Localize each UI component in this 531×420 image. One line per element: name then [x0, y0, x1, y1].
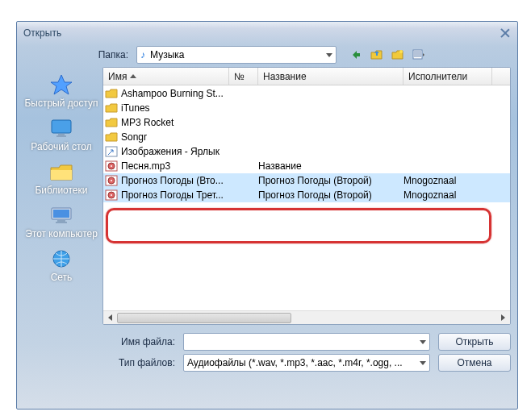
folder-label: Папка: — [23, 49, 136, 60]
scroll-right-button[interactable] — [496, 311, 510, 325]
chevron-down-icon[interactable] — [420, 340, 426, 344]
svg-point-0 — [399, 50, 403, 53]
file-artist: Mnogoznaal — [403, 189, 492, 201]
header-artists[interactable]: Исполнители — [403, 68, 492, 85]
file-name: MP3 Rocket — [121, 117, 174, 128]
sort-asc-icon — [130, 74, 136, 78]
open-dialog: Открыть Папка: ♪ Музыка — [16, 21, 518, 410]
up-folder-button[interactable] — [369, 48, 385, 62]
close-icon[interactable] — [500, 27, 511, 39]
place-desktop[interactable]: Рабочий стол — [27, 117, 96, 152]
cancel-button[interactable]: Отмена — [438, 354, 511, 372]
filename-label: Имя файла: — [102, 336, 183, 347]
scroll-track[interactable] — [117, 311, 496, 325]
svg-rect-2 — [52, 120, 71, 133]
place-this-pc[interactable]: Этот компьютер — [27, 204, 96, 239]
file-row[interactable]: iTunes — [103, 101, 510, 115]
place-quick-access[interactable]: Быстрый доступ — [27, 73, 96, 109]
file-name: Songr — [121, 131, 147, 143]
file-row[interactable]: Ashampoo Burning St... — [103, 86, 510, 101]
file-title: Прогноз Погоды (Второй) — [258, 175, 403, 186]
horizontal-scrollbar[interactable] — [103, 310, 510, 324]
open-button[interactable]: Открыть — [438, 333, 511, 351]
file-row[interactable]: Songr — [103, 130, 510, 144]
column-headers: Имя № Название Исполнители — [103, 68, 510, 85]
file-list: Имя № Название Исполнители Ashampoo Burn… — [102, 67, 511, 325]
svg-point-20 — [111, 194, 112, 196]
file-artist: Mnogoznaal — [403, 175, 492, 186]
new-folder-button[interactable] — [390, 48, 406, 62]
svg-point-17 — [111, 180, 112, 181]
header-no[interactable]: № — [229, 68, 258, 85]
file-row[interactable]: MP3 Rocket — [103, 115, 510, 130]
view-menu-button[interactable] — [411, 48, 427, 62]
svg-rect-7 — [53, 210, 69, 218]
filetype-combo[interactable]: Аудиофайлы (*.wav, *.mp3, *.aac, *.m4r, … — [183, 354, 430, 372]
toolbar — [348, 48, 427, 62]
svg-rect-9 — [56, 222, 67, 223]
file-row[interactable]: Прогноз Погоды (Вто...Прогноз Погоды (Вт… — [103, 173, 510, 188]
header-title[interactable]: Название — [258, 68, 403, 85]
place-libraries[interactable]: Библиотеки — [27, 160, 96, 196]
svg-point-14 — [111, 165, 112, 167]
file-row[interactable]: Изображения - Ярлык — [103, 144, 510, 159]
file-name: Песня.mp3 — [121, 160, 170, 172]
svg-rect-3 — [58, 134, 65, 135]
file-name: iTunes — [121, 102, 150, 114]
file-title: Название — [258, 160, 403, 172]
file-row[interactable]: Прогноз Погоды Трет...Прогноз Погоды (Вт… — [103, 188, 510, 202]
chevron-down-icon[interactable] — [420, 361, 426, 365]
svg-rect-5 — [51, 170, 72, 180]
file-name: Ashampoo Burning St... — [121, 88, 224, 99]
file-row[interactable]: Песня.mp3Название — [103, 159, 510, 173]
place-network[interactable]: Сеть — [27, 247, 96, 283]
svg-rect-8 — [57, 220, 65, 222]
file-name: Прогноз Погоды Трет... — [121, 189, 224, 201]
dialog-title: Открыть — [23, 27, 61, 39]
filetype-label: Тип файлов: — [102, 357, 183, 368]
titlebar: Открыть — [17, 22, 517, 44]
file-name: Изображения - Ярлык — [121, 146, 220, 157]
svg-rect-4 — [56, 135, 66, 137]
music-icon: ♪ — [140, 49, 145, 60]
back-button[interactable] — [348, 48, 364, 62]
file-title: Прогноз Погоды (Второй) — [258, 189, 403, 201]
folder-combo[interactable]: ♪ Музыка — [136, 46, 337, 64]
filename-input[interactable] — [183, 333, 430, 351]
header-name[interactable]: Имя — [103, 68, 229, 85]
chevron-down-icon[interactable] — [326, 53, 332, 57]
file-name: Прогноз Погоды (Вто... — [121, 175, 224, 186]
scroll-left-button[interactable] — [103, 311, 117, 325]
scroll-thumb[interactable] — [117, 313, 291, 323]
places-bar: Быстрый доступ Рабочий стол Библиотеки Э… — [23, 67, 99, 375]
folder-value: Музыка — [150, 49, 321, 60]
